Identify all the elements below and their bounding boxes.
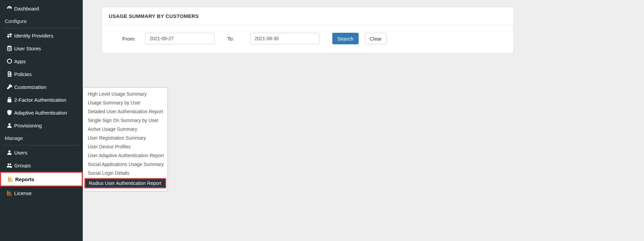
from-label: From: [122, 36, 139, 42]
flyout-item[interactable]: Detailed User Authentication Report [83, 107, 168, 116]
sidebar-item-apps[interactable]: Apps [0, 55, 83, 68]
sidebar-label: Identity Providers [14, 33, 53, 39]
users-icon [5, 162, 14, 168]
flyout-item[interactable]: Usage Summary by User [83, 98, 168, 107]
dashboard-icon [5, 5, 14, 11]
from-date-input[interactable] [145, 33, 214, 44]
sidebar-item-two-factor[interactable]: 2-Factor Authentication [0, 93, 83, 106]
flyout-item[interactable]: Social Applications Usage Summary [83, 160, 168, 169]
sidebar-item-dashboard[interactable]: Dashboard [0, 2, 83, 15]
sidebar-item-user-stores[interactable]: User Stores [0, 42, 83, 55]
panel-body: From: To: Search Clear [102, 25, 513, 53]
sidebar-section-manage: Manage [0, 132, 83, 144]
wrench-icon [5, 84, 14, 90]
sidebar-label: Customization [14, 84, 46, 90]
panel-title: USAGE SUMMARY BY CUSTOMERS [102, 7, 513, 25]
sidebar-label: Reports [15, 176, 34, 182]
sidebar-label: Adaptive Authentication [14, 110, 67, 116]
user-icon [5, 149, 14, 155]
sidebar-item-customization[interactable]: Customization [0, 80, 83, 93]
sidebar-label-dashboard: Dashboard [14, 6, 39, 11]
sidebar-item-adaptive-auth[interactable]: Adaptive Authentication [0, 106, 83, 119]
search-button[interactable]: Search [332, 33, 359, 44]
document-icon [5, 71, 14, 77]
panel-usage-summary: USAGE SUMMARY BY CUSTOMERS From: To: Sea… [102, 7, 514, 53]
flyout-item[interactable]: User Device Profiles [83, 142, 168, 151]
sidebar-item-reports[interactable]: Reports [0, 172, 83, 187]
sidebar-label: 2-Factor Authentication [14, 97, 66, 103]
sidebar-item-groups[interactable]: Groups [0, 159, 83, 172]
clear-button[interactable]: Clear [365, 33, 387, 44]
sidebar-label: Groups [14, 163, 31, 168]
sidebar-label: Policies [14, 71, 32, 77]
sidebar-item-identity-providers[interactable]: Identity Providers [0, 29, 83, 42]
shield-icon [5, 110, 14, 116]
svg-point-0 [7, 46, 11, 48]
sidebar-item-users[interactable]: Users [0, 146, 83, 159]
sidebar-label: License [14, 190, 32, 196]
divider [3, 28, 79, 28]
flyout-item[interactable]: Single Sign On Summary by User [83, 116, 168, 125]
chart-icon [5, 190, 14, 196]
flyout-item[interactable]: User Adaptive Authentication Report [83, 151, 168, 160]
user-icon [5, 122, 14, 128]
flyout-item-radius-report[interactable]: Radius User Authentication Report [84, 178, 166, 188]
database-icon [5, 45, 14, 51]
sidebar-label: Apps [14, 58, 26, 64]
reports-flyout-menu: High Level Usage Summary Usage Summary b… [83, 87, 168, 191]
cube-icon [5, 58, 14, 64]
divider [3, 145, 79, 145]
sidebar-label: Provisioning [14, 123, 42, 128]
chart-icon [6, 176, 15, 182]
sidebar-section-configure: Configure [0, 15, 83, 27]
sidebar-item-policies[interactable]: Policies [0, 68, 83, 80]
to-label: To: [227, 36, 244, 42]
to-date-input[interactable] [250, 33, 319, 44]
flyout-item[interactable]: High Level Usage Summary [83, 90, 168, 98]
flyout-item[interactable]: Active Usage Summary [83, 125, 168, 134]
sidebar-item-license[interactable]: License [0, 187, 83, 199]
flyout-item[interactable]: Social Login Details [83, 169, 168, 177]
lock-icon [5, 97, 14, 103]
sidebar: Dashboard Configure Identity Providers U… [0, 0, 83, 241]
sidebar-label: User Stores [14, 46, 41, 51]
sidebar-item-provisioning[interactable]: Provisioning [0, 119, 83, 132]
flyout-item[interactable]: User Registration Summary [83, 134, 168, 142]
sidebar-label: Users [14, 150, 27, 155]
exchange-icon [5, 32, 14, 39]
